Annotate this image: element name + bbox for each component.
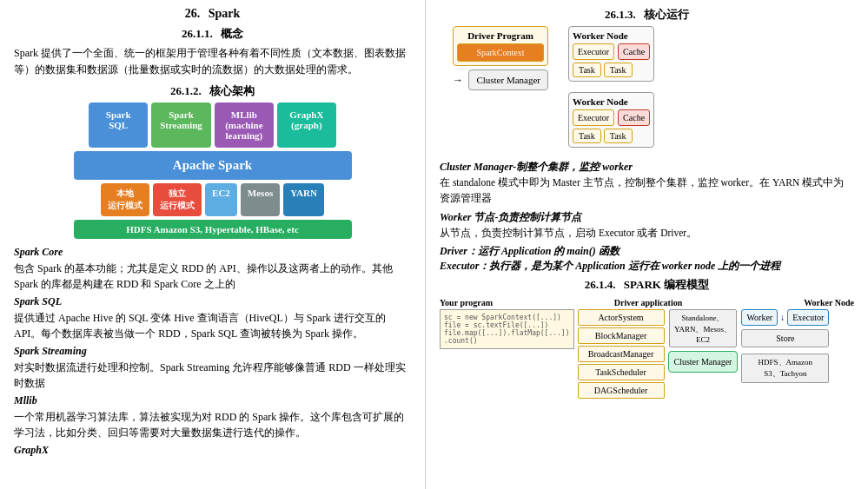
- worker-node-2: Worker Node Executor Cache Task Task: [568, 92, 654, 148]
- right-column: 26.1.3. 核心运行 Driver Program SparkContext…: [426, 0, 868, 489]
- spark-sql-desc: 提供通过 Apache Hive 的 SQL 变体 Hive 查询语言（Hive…: [14, 310, 411, 341]
- prog-diagram-body: sc = new SparkContext([...]) file = sc.t…: [440, 309, 854, 399]
- spark-streaming-title: Spark Streaming: [14, 345, 411, 358]
- driver-title-text: Driver：运行 Application 的 main() 函数: [440, 244, 854, 259]
- local-run-box: 本地 运行模式: [101, 183, 149, 216]
- your-program-label: Your program: [440, 298, 493, 307]
- spark-concept-paragraph: Spark 提供了一个全面、统一的框架用于管理各种有着不同性质（文本数据、图表数…: [14, 45, 411, 78]
- dag-scheduler-box: DAGScheduler: [578, 382, 665, 399]
- spark-sql-title: Spark SQL: [14, 295, 411, 308]
- driver-app-label: Driver application: [614, 298, 682, 307]
- standalone-box: Standalone、 YARN、Mesos、 EC2: [669, 309, 737, 347]
- section-14-label: SPARK 编程模型: [624, 278, 709, 291]
- left-column: 26. Spark 26.1.1. 概念 Spark 提供了一个全面、统一的框架…: [0, 0, 426, 489]
- sub2-num: 26.1.2.: [170, 84, 202, 97]
- task-row-1: Task Task: [573, 63, 650, 77]
- executor-title-text: Executor：执行器，是为某个 Application 运行在 worker…: [440, 259, 854, 274]
- worker-right-col: Worker ↓ Executor Store HDFS、Amazon S3、T…: [741, 309, 829, 383]
- right-section-num: 26.1.3.: [605, 8, 636, 21]
- worker-node-1-title: Worker Node: [573, 30, 650, 41]
- code-box: sc = new SparkContext([...]) file = sc.t…: [440, 309, 574, 349]
- task-box-1a: Task: [573, 63, 601, 77]
- cluster-arch-diagram: Driver Program SparkContext → Cluster Ma…: [440, 26, 854, 153]
- worker-inner-1: Executor Cache: [573, 43, 650, 60]
- spark-streaming-box: Spark Streaming: [151, 102, 211, 148]
- worker-node-2-title: Worker Node: [573, 96, 650, 107]
- prog-diagram-header: Your program Driver application Worker N…: [440, 298, 854, 307]
- spark-core-desc: 包含 Spark 的基本功能；尤其是定义 RDD 的 API、操作以及这两者上的…: [14, 261, 411, 292]
- spark-streaming-desc: 对实时数据流进行处理和控制。Spark Streaming 允许程序能够像普通 …: [14, 360, 411, 391]
- task-box-2b: Task: [604, 129, 633, 143]
- graphx-title: GraphX: [14, 444, 411, 457]
- driver-section: Driver：运行 Application 的 main() 函数: [440, 244, 854, 259]
- executor-box-2: Executor: [573, 109, 614, 126]
- spark-context-box: SparkContext: [457, 43, 544, 62]
- arrow-worker: ↓: [780, 313, 785, 322]
- apache-spark-bar: Apache Spark: [74, 151, 352, 180]
- worker-executor-area: Worker ↓ Executor: [741, 309, 829, 326]
- cache-box-2: Cache: [618, 109, 650, 126]
- task-scheduler-box: TaskScheduler: [578, 364, 665, 380]
- sub2-label: 核心架构: [209, 84, 255, 97]
- ec2-box: EC2: [205, 183, 237, 216]
- executor-box-1: Executor: [573, 43, 614, 60]
- block-manager-box: BlockManager: [578, 327, 665, 344]
- driver-cluster-area: Driver Program SparkContext → Cluster Ma…: [440, 26, 561, 90]
- graphx-section: GraphX: [14, 444, 411, 457]
- task-box-2a: Task: [573, 129, 601, 143]
- spark-runtime-boxes: 本地 运行模式 独立 运行模式 EC2 Mesos YARN: [74, 183, 352, 216]
- executor-right-box: Executor: [787, 309, 829, 326]
- cache-box-1: Cache: [618, 43, 650, 60]
- right-section-heading: 26.1.3. 核心运行: [440, 7, 854, 23]
- worker-node-1: Worker Node Executor Cache Task Task: [568, 26, 654, 82]
- mllib-section: Mllib 一个常用机器学习算法库，算法被实现为对 RDD 的 Spark 操作…: [14, 394, 411, 440]
- broadcast-manager-box: BroadcastManager: [578, 346, 665, 362]
- subsection-2-heading: 26.1.2. 核心架构: [14, 83, 411, 99]
- mllib-desc: 一个常用机器学习算法库，算法被实现为对 RDD 的 Spark 操作。这个库包含…: [14, 409, 411, 440]
- store-box: Store: [741, 329, 829, 347]
- sub1-num: 26.1.1.: [182, 27, 213, 40]
- mllib-title: Mllib: [14, 394, 411, 407]
- section-label: Spark: [209, 7, 241, 20]
- spark-sql-box: Spark SQL: [89, 102, 148, 148]
- arrow-right-1: →: [453, 74, 463, 87]
- cluster-manager-title-text: Cluster Manager-制整个集群，监控 worker: [440, 161, 633, 173]
- spark-architecture-diagram: Spark SQL Spark Streaming MLlib (machine…: [74, 102, 352, 239]
- driver-program-box: Driver Program SparkContext: [453, 26, 548, 66]
- cluster-mgr-right-box: Cluster Manager: [668, 351, 739, 373]
- spark-streaming-section: Spark Streaming 对实时数据流进行处理和控制。Spark Stre…: [14, 345, 411, 391]
- arrow-area: → Cluster Manager: [453, 69, 548, 90]
- cluster-manager-box: Cluster Manager: [468, 69, 548, 90]
- standalone-cluster-area: Standalone、 YARN、Mesos、 EC2 Cluster Mana…: [668, 309, 739, 373]
- section-heading: 26. Spark: [14, 7, 411, 21]
- section-14-heading: 26.1.4. SPARK 编程模型: [440, 277, 854, 293]
- worker-node-section: Worker 节点-负责控制计算节点 从节点，负责控制计算节点，启动 Execu…: [440, 210, 854, 241]
- yarn-box: YARN: [283, 183, 324, 216]
- section-num: 26.: [185, 7, 201, 20]
- task-box-1b: Task: [604, 63, 633, 77]
- driver-app-col: ActorSystem BlockManager BroadcastManage…: [578, 309, 665, 399]
- spark-sql-section: Spark SQL 提供通过 Apache Hive 的 SQL 变体 Hive…: [14, 295, 411, 341]
- spark-core-section: Spark Core 包含 Spark 的基本功能；尤其是定义 RDD 的 AP…: [14, 246, 411, 292]
- spark-core-title: Spark Core: [14, 246, 411, 259]
- standalone-run-box: 独立 运行模式: [153, 183, 202, 216]
- worker-inner-2: Executor Cache: [573, 109, 650, 126]
- task-row-2: Task Task: [573, 129, 650, 143]
- section-14-num: 26.1.4.: [585, 278, 616, 291]
- worker-node-title-text: Worker 节点-负责控制计算节点: [440, 210, 854, 225]
- cluster-manager-section: Cluster Manager-制整个集群，监控 worker 在 standa…: [440, 160, 854, 207]
- worker-box: Worker: [741, 309, 778, 326]
- graphx-box: GraphX (graph): [277, 102, 336, 148]
- executor-section: Executor：执行器，是为某个 Application 运行在 worker…: [440, 259, 854, 274]
- subsection-1-heading: 26.1.1. 概念: [14, 26, 411, 42]
- spark-top-boxes: Spark SQL Spark Streaming MLlib (machine…: [74, 102, 352, 148]
- cluster-manager-desc: 在 standalone 模式中即为 Master 主节点，控制整个集群，监控 …: [440, 175, 854, 207]
- spark-prog-diagram: Your program Driver application Worker N…: [440, 298, 854, 399]
- storage-bar: HDFS Amazon S3, Hypertable, HBase, etc: [74, 220, 352, 239]
- cluster-manager-title: Cluster Manager-制整个集群，监控 worker: [440, 160, 854, 175]
- mesos-box: Mesos: [241, 183, 280, 216]
- worker-nodes-area: Worker Node Executor Cache Task Task Wor…: [568, 26, 654, 153]
- worker-node-prog-label: Worker Node: [804, 298, 854, 307]
- worker-node-desc: 从节点，负责控制计算节点，启动 Executor 或者 Driver。: [440, 225, 854, 241]
- right-section-label: 核心运行: [644, 8, 689, 21]
